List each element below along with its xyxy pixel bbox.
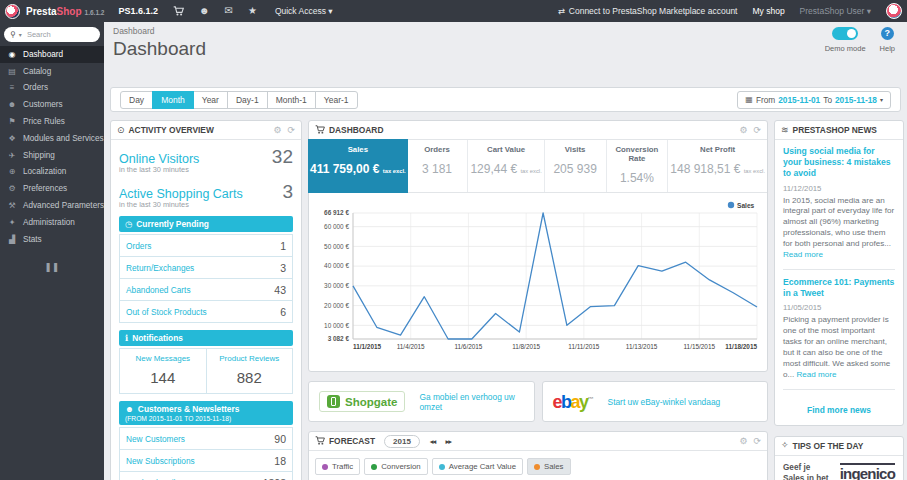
date-range-picker[interactable]: ▦ From2015-11-01 To2015-11-18 ▾ (737, 91, 891, 109)
row-link[interactable]: Return/Exchanges (126, 263, 194, 273)
kpi-orders[interactable]: Orders3 181 (407, 140, 469, 192)
cart-icon[interactable] (173, 6, 184, 16)
range-button-month[interactable]: Month (152, 91, 194, 109)
caret-down-icon: ▾ (328, 6, 332, 16)
sidebar-item-orders[interactable]: ≡Orders (0, 80, 104, 97)
active-carts-sub: in the last 30 minutes (119, 200, 293, 209)
read-more-link[interactable]: Read more (783, 250, 823, 259)
demo-mode-control: Demo mode (825, 27, 866, 53)
shipping-icon: ✈ (7, 151, 17, 160)
caret-down-icon[interactable]: ▾ (19, 31, 22, 38)
gear-icon[interactable]: ⚙ (739, 436, 747, 446)
mail-icon[interactable]: ✉ (225, 6, 233, 16)
new-messages-cell[interactable]: New Messages144 (120, 349, 206, 393)
kpi-sales[interactable]: Sales411 759,00 € tax excl. (308, 139, 408, 193)
find-more-news-link[interactable]: Find more news (783, 397, 895, 421)
range-button-day-1[interactable]: Day-1 (227, 91, 268, 109)
shopgate-banner[interactable]: Shopgate Ga mobiel en verhoog uw omzet (308, 381, 535, 422)
row-link[interactable]: New Customers (126, 434, 185, 444)
sidebar-search[interactable]: ⚲ ▾ (4, 27, 100, 42)
sidebar-item-preferences[interactable]: ⚙Preferences (0, 180, 104, 197)
sidebar-item-catalog[interactable]: ▤Catalog (0, 63, 104, 80)
search-input[interactable] (25, 29, 79, 40)
kpi-cart-value[interactable]: Cart Value129,44 € tax excl. (468, 140, 544, 192)
stats-icon: ▟ (7, 235, 17, 244)
person-icon[interactable]: ☻ (199, 6, 210, 16)
svg-text:11/18/2015: 11/18/2015 (725, 343, 757, 350)
date-from: 2015-11-01 (778, 95, 820, 105)
legend-average-cart-value[interactable]: Average Cart Value (432, 458, 523, 475)
range-button-month-1[interactable]: Month-1 (267, 91, 316, 109)
range-button-day[interactable]: Day (120, 91, 153, 109)
sidebar-item-shipping[interactable]: ✈Shipping (0, 147, 104, 164)
customers-row-new-subscriptions: New Subscriptions18 (119, 450, 293, 472)
legend-traffic[interactable]: Traffic (315, 458, 360, 475)
sidebar-collapse-button[interactable]: ❚❚ (42, 262, 62, 272)
news-article-title[interactable]: Ecommerce 101: Payments in a Tweet (783, 277, 895, 299)
kpi-row: Sales411 759,00 € tax excl. Orders3 181 … (309, 140, 767, 193)
refresh-icon[interactable]: ⟳ (287, 125, 295, 135)
row-link[interactable]: New Subscriptions (126, 456, 195, 466)
brand-presta: Presta (26, 6, 57, 17)
sidebar-item-customers[interactable]: ☻Customers (0, 96, 104, 113)
legend-sales[interactable]: Sales (527, 458, 571, 475)
ebay-link[interactable]: Start uw eBay-winkel vandaag (608, 397, 721, 407)
forecast-year[interactable]: 2015 (384, 435, 420, 448)
row-value: 18 (274, 455, 286, 467)
sidebar-item-administration[interactable]: ✦Administration (0, 214, 104, 231)
date-range-toolbar: Day Month Year Day-1 Month-1 Year-1 ▦ Fr… (110, 87, 901, 112)
sidebar-item-advanced-parameters[interactable]: ⚒Advanced Parameters (0, 197, 104, 214)
prestashop-logo-icon (5, 4, 20, 19)
sidebar-item-localization[interactable]: ⊕Localization (0, 164, 104, 181)
help-label: Help (880, 44, 895, 53)
help-icon[interactable]: ? (881, 27, 894, 40)
marketplace-link[interactable]: ⇄Connect to PrestaShop Marketplace accou… (558, 6, 738, 16)
kpi-visits[interactable]: Visits205 939 (545, 140, 607, 192)
shopgate-link[interactable]: Ga mobiel en verhoog uw omzet (419, 392, 523, 412)
news-article-title[interactable]: Using social media for your business: 4 … (783, 146, 895, 180)
demo-mode-toggle[interactable] (832, 27, 858, 40)
refresh-icon[interactable]: ⟳ (753, 125, 761, 135)
product-reviews-cell[interactable]: Product Reviews882 (206, 349, 293, 393)
forward-icon[interactable]: ▸▸ (445, 437, 451, 446)
trophy-icon[interactable]: ★ (248, 6, 257, 16)
cart-icon (315, 436, 325, 447)
breadcrumb[interactable]: Dashboard (113, 26, 907, 36)
read-more-link[interactable]: Read more (797, 370, 837, 379)
sidebar-item-modules[interactable]: ❖Modules and Services (0, 130, 104, 147)
news-article-excerpt: In 2015, social media are an integral pa… (783, 196, 895, 262)
range-button-year-1[interactable]: Year-1 (315, 91, 358, 109)
administration-icon: ✦ (7, 218, 17, 227)
customers-icon: ☻ (125, 404, 134, 414)
sidebar-item-dashboard[interactable]: ◉Dashboard (0, 46, 104, 63)
price-rules-icon: ⚑ (7, 117, 17, 126)
quick-access-menu[interactable]: Quick Access ▾ (275, 6, 333, 16)
sidebar-item-label: Price Rules (23, 117, 65, 126)
sidebar-item-price-rules[interactable]: ⚑Price Rules (0, 113, 104, 130)
kpi-net-profit[interactable]: Net Profit148 918,51 € tax excl. (668, 140, 767, 192)
my-shop-link[interactable]: My shop (752, 6, 784, 16)
kpi-conversion-rate[interactable]: Conversion Rate1.54% (607, 140, 669, 192)
gear-icon[interactable]: ⚙ (273, 125, 281, 135)
ebay-banner[interactable]: ebay™ Start uw eBay-winkel vandaag (542, 381, 769, 422)
sidebar-item-label: Advanced Parameters (23, 201, 104, 210)
range-button-year[interactable]: Year (193, 91, 228, 109)
sidebar-item-label: Customers (23, 100, 63, 109)
row-link[interactable]: Out of Stock Products (126, 307, 207, 317)
refresh-icon[interactable]: ⟳ (753, 436, 761, 446)
sidebar-item-stats[interactable]: ▟Stats (0, 231, 104, 248)
row-link[interactable]: Orders (126, 241, 151, 251)
modules-icon: ❖ (7, 134, 17, 143)
legend-conversion[interactable]: Conversion (364, 458, 427, 475)
online-visitors-link[interactable]: Online Visitors (119, 152, 199, 166)
row-link[interactable]: Abandoned Carts (126, 285, 191, 295)
user-avatar[interactable] (886, 3, 902, 19)
localization-icon: ⊕ (7, 167, 17, 176)
orders-icon: ≡ (7, 83, 17, 92)
active-carts-link[interactable]: Active Shopping Carts (119, 187, 243, 201)
gear-icon[interactable]: ⚙ (739, 125, 747, 135)
news-article-date: 11/12/2015 (783, 184, 895, 193)
range-button-group: Day Month Year Day-1 Month-1 Year-1 (120, 91, 358, 109)
user-menu[interactable]: PrestaShop User ▾ (800, 6, 871, 16)
rewind-icon[interactable]: ◂◂ (430, 437, 436, 446)
